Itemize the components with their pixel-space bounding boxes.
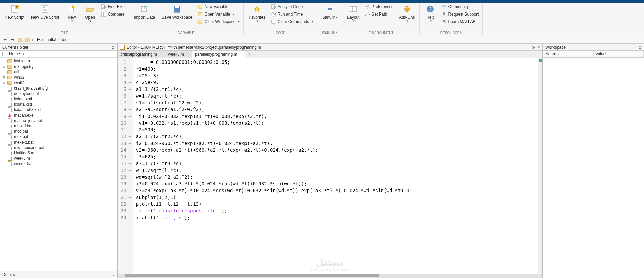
- editor-tab[interactable]: week3.m✕: [165, 51, 192, 58]
- nav-forward-button[interactable]: ➡: [9, 36, 16, 43]
- file-row[interactable]: matlab.exe: [0, 112, 117, 118]
- addons-button[interactable]: Add-Ons ▼: [396, 3, 417, 24]
- file-row[interactable]: worker.bat: [0, 161, 117, 167]
- code-line[interactable]: xlabel('time , s');: [136, 214, 535, 221]
- expand-icon[interactable]: ⊞: [2, 81, 6, 84]
- compare-button[interactable]: Compare: [100, 11, 127, 18]
- breadcrumb[interactable]: E: ▸ matlab ▸ bin ▸: [37, 37, 70, 42]
- file-row[interactable]: ⊞icutzdata: [0, 58, 117, 64]
- file-row[interactable]: lcdata.xml: [0, 96, 117, 102]
- learn-matlab-button[interactable]: Learn MATLAB: [440, 18, 480, 25]
- breadcrumb-part[interactable]: matlab: [45, 37, 57, 42]
- file-row[interactable]: mexext.bat: [0, 140, 117, 145]
- code-line[interactable]: i3=0.024-exp(-a3.*t).*(0.024.*cos(wd.*t)…: [136, 180, 535, 187]
- file-row[interactable]: ⊞util: [0, 69, 117, 75]
- tab-close-icon[interactable]: ✕: [186, 52, 189, 56]
- code-line[interactable]: i1=0.024-0.032.*exp(s1.*t)+0.008.*exp(s2…: [136, 113, 535, 120]
- community-button[interactable]: Community: [440, 3, 480, 10]
- panel-menu-icon[interactable]: ⊙: [111, 45, 115, 50]
- code-line[interactable]: v1=-0.032.*s1.*exp(s1.*t)+0.008.*exp(s2.…: [136, 120, 535, 126]
- code-line[interactable]: wd=sqrt(w.^2-a3.^2);: [136, 174, 535, 180]
- new-script-button[interactable]: ✚ New Script: [2, 3, 27, 21]
- file-row[interactable]: crash_analyzer.cfg: [0, 85, 117, 91]
- find-files-button[interactable]: Find Files: [100, 3, 127, 10]
- expand-icon[interactable]: ⊞: [2, 70, 6, 74]
- breadcrumb-part[interactable]: bin: [62, 37, 67, 42]
- file-row[interactable]: mbuild.bat: [0, 123, 117, 129]
- code-line[interactable]: a3=1./(2.*r3.*c);: [136, 160, 535, 167]
- import-data-button[interactable]: Import Data: [131, 3, 158, 21]
- run-and-time-button[interactable]: Run and Time: [269, 11, 315, 18]
- set-path-button[interactable]: Set Path: [363, 11, 395, 18]
- file-row[interactable]: matlab_jenv.bat: [0, 118, 117, 123]
- code-content[interactable]: t = 0.0000000001:0.00002:0.05;r1=400;l=2…: [133, 58, 538, 274]
- code-line[interactable]: s2=-a1-sqrt(a1.^2-w.^2);: [136, 106, 535, 113]
- file-row[interactable]: ⊞m3iregistry: [0, 64, 117, 69]
- help-button[interactable]: ? Help ▼: [422, 3, 439, 24]
- editor-tab[interactable]: criticalprograming.m✕: [118, 51, 165, 58]
- workspace-header[interactable]: Name ▲ Value: [543, 51, 644, 58]
- file-row[interactable]: ⊞win32: [0, 75, 117, 80]
- code-line[interactable]: r3=625;: [136, 153, 535, 160]
- code-line[interactable]: v3=a3.*exp(-a3.*t).*(0.024.*cos(wd.*t)+0…: [136, 187, 535, 194]
- code-line[interactable]: i2=0.024-960.*t.*exp(-a2.*t)-0.024.*exp(…: [136, 140, 535, 147]
- code-line[interactable]: w=1./sqrt(l.*c);: [136, 93, 535, 99]
- file-row[interactable]: mw_mpiexec.bat: [0, 145, 117, 150]
- workspace-col-value[interactable]: Value: [594, 51, 644, 57]
- new-variable-button[interactable]: ✚ New Variable: [197, 3, 242, 10]
- analyze-code-button[interactable]: Analyze Code: [269, 3, 315, 10]
- scrollbar-thumb[interactable]: [125, 274, 379, 277]
- folder-header[interactable]: Name ▲: [0, 51, 117, 58]
- breadcrumb-part[interactable]: E:: [37, 37, 41, 42]
- code-line[interactable]: r2=500;: [136, 126, 535, 133]
- preferences-button[interactable]: Preferences: [363, 3, 395, 10]
- panel-menu-icon[interactable]: ⊙: [638, 45, 642, 50]
- file-row[interactable]: mex.bat: [0, 134, 117, 140]
- code-line[interactable]: title('transite response rlc ');: [136, 207, 535, 214]
- code-line[interactable]: t = 0.0000000001:0.00002:0.05;: [136, 59, 535, 66]
- code-line[interactable]: plot(t,i1, t,i2 , t,i3): [136, 201, 535, 207]
- editor-tab[interactable]: parallelbyprograming.m✕: [192, 51, 245, 58]
- nav-up-button[interactable]: [17, 36, 23, 43]
- new-live-script-button[interactable]: New Live Script: [28, 3, 62, 21]
- tab-close-icon[interactable]: ✕: [159, 52, 162, 56]
- file-row[interactable]: lcdata.xsd: [0, 102, 117, 107]
- code-line[interactable]: a1=1./(2.*r1.*c);: [136, 86, 535, 93]
- code-line[interactable]: a2=1./(2.*r2.*c);: [136, 133, 535, 140]
- file-row[interactable]: deploytool.bat: [0, 91, 117, 96]
- file-row[interactable]: Untitled5.m: [0, 150, 117, 156]
- code-line[interactable]: subplot(1,2,1): [136, 194, 535, 201]
- open-variable-button[interactable]: Open Variable ▼: [197, 11, 242, 18]
- file-list[interactable]: ⊞icutzdata⊞m3iregistry⊞util⊞win32⊞win64c…: [0, 58, 117, 271]
- layout-button[interactable]: Layout ▼: [344, 3, 362, 24]
- expand-icon[interactable]: ⊞: [2, 76, 6, 79]
- open-button[interactable]: Open ▼: [81, 3, 98, 24]
- workspace-body[interactable]: [543, 58, 644, 278]
- expand-icon[interactable]: ⊞: [2, 59, 6, 63]
- request-support-button[interactable]: Request Support: [440, 11, 480, 18]
- code-line[interactable]: s1=-a1+sqrt(a1.^2-w.^2);: [136, 99, 535, 106]
- clear-workspace-button[interactable]: Clear Workspace ▼: [197, 18, 242, 25]
- code-line[interactable]: v2=-960.*exp(-a2.*t)+960.*a2.*t.*exp(-a2…: [136, 147, 535, 153]
- code-line[interactable]: r1=400;: [136, 66, 535, 72]
- file-row[interactable]: mcc.bat: [0, 129, 117, 134]
- panel-close-icon[interactable]: ✕: [537, 45, 540, 50]
- save-workspace-button[interactable]: Save Workspace: [159, 3, 195, 21]
- workspace-col-name[interactable]: Name ▲: [543, 51, 594, 57]
- code-editor[interactable]: 1–2–3–4–5–6–7–8–9–10–11–12–13–14–15–16–1…: [118, 58, 542, 274]
- horizontal-scrollbar[interactable]: [118, 274, 542, 278]
- simulink-button[interactable]: Simulink: [319, 3, 340, 21]
- nav-browse-button[interactable]: [24, 36, 30, 43]
- tab-add-button[interactable]: ＋: [245, 51, 253, 58]
- details-bar[interactable]: Details ⌄: [0, 271, 117, 278]
- tab-close-icon[interactable]: ✕: [239, 52, 242, 56]
- file-row[interactable]: lcdata_utf8.xml: [0, 107, 117, 112]
- nav-back-button[interactable]: ⬅: [2, 36, 8, 43]
- panel-dock-icon[interactable]: ⊙: [532, 45, 535, 50]
- favorites-button[interactable]: Favorites ▼: [246, 3, 268, 24]
- expand-icon[interactable]: ⊞: [2, 65, 6, 68]
- file-row[interactable]: week3.m: [0, 156, 117, 161]
- file-row[interactable]: ⊞win64: [0, 80, 117, 85]
- code-line[interactable]: l=25e-3;: [136, 72, 535, 79]
- code-line[interactable]: c=25e-9;: [136, 79, 535, 86]
